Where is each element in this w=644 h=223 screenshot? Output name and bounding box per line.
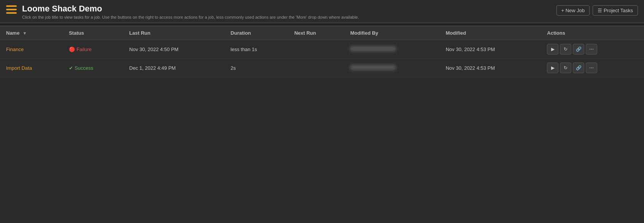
link-button[interactable]: 🔗 [573,44,584,55]
column-header-modified-by: Modified By [344,26,440,40]
table-header-row: Name ▼ Status Last Run Duration Next Run… [0,26,644,40]
title-block: Loome Shack Demo Click on the job title … [22,4,359,19]
play-icon: ▶ [551,65,555,71]
header-actions: + New Job ☰ Project Tasks [556,5,638,16]
modified-by-redacted [350,65,396,70]
more-button[interactable]: ⋯ [586,63,597,73]
name-filter-icon[interactable]: ▼ [22,31,27,35]
retry-icon: ↻ [564,65,567,71]
new-job-button[interactable]: + New Job [556,5,590,16]
column-header-status: Status [63,26,123,40]
column-header-actions: Actions [541,26,644,40]
more-icon: ⋯ [589,47,594,52]
run-button[interactable]: ▶ [547,63,558,73]
actions-group: ▶↻🔗⋯ [547,44,638,55]
play-icon: ▶ [551,47,555,52]
more-button[interactable]: ⋯ [586,44,597,55]
status-success: ✔Success [69,65,117,71]
job-status-cell: ✔Success [63,59,123,77]
column-header-last-run: Last Run [123,26,225,40]
retry-button[interactable]: ↻ [560,63,571,73]
job-duration-cell: 2s [225,59,288,77]
job-name-cell: Import Data [0,59,63,77]
job-name-link[interactable]: Finance [6,47,24,52]
job-actions-cell: ▶↻🔗⋯ [541,40,644,59]
link-icon: 🔗 [576,47,582,52]
jobs-table: Name ▼ Status Last Run Duration Next Run… [0,26,644,77]
retry-button[interactable]: ↻ [560,44,571,55]
header-left: Loome Shack Demo Click on the job title … [6,4,359,19]
job-last-run-cell: Nov 30, 2022 4:50 PM [123,40,225,59]
status-label: Failure [77,47,92,52]
modified-by-redacted [350,46,396,51]
job-name-link[interactable]: Import Data [6,65,32,71]
job-status-cell: 🔴Failure [63,40,123,59]
more-icon: ⋯ [589,65,594,71]
job-modified-cell: Nov 30, 2022 4:53 PM [440,40,541,59]
project-tasks-button[interactable]: ☰ Project Tasks [593,5,638,16]
column-header-modified: Modified [440,26,541,40]
link-icon: 🔗 [576,65,582,71]
app-subtitle: Click on the job title to view tasks for… [22,15,359,19]
table-row: Import Data✔SuccessDec 1, 2022 4:49 PM2s… [0,59,644,77]
column-header-name: Name ▼ [0,26,63,40]
actions-group: ▶↻🔗⋯ [547,63,638,73]
status-label: Success [75,65,93,71]
column-header-duration: Duration [225,26,288,40]
job-modified-cell: Nov 30, 2022 4:53 PM [440,59,541,77]
job-name-cell: Finance [0,40,63,59]
job-duration-cell: less than 1s [225,40,288,59]
job-last-run-cell: Dec 1, 2022 4:49 PM [123,59,225,77]
table-row: Finance🔴FailureNov 30, 2022 4:50 PMless … [0,40,644,59]
job-modified-by-cell [344,40,440,59]
app-title: Loome Shack Demo [22,4,359,14]
job-actions-cell: ▶↻🔗⋯ [541,59,644,77]
jobs-table-container: Name ▼ Status Last Run Duration Next Run… [0,26,644,77]
column-header-next-run: Next Run [288,26,344,40]
retry-icon: ↻ [564,47,567,52]
job-modified-by-cell [344,59,440,77]
run-button[interactable]: ▶ [547,44,558,55]
success-icon: ✔ [69,65,73,71]
job-next-run-cell [288,40,344,59]
hamburger-menu-icon[interactable] [6,5,17,14]
app-header: Loome Shack Demo Click on the job title … [0,0,644,23]
failure-icon: 🔴 [69,47,75,52]
link-button[interactable]: 🔗 [573,63,584,73]
job-next-run-cell [288,59,344,77]
header-separator [0,23,644,26]
status-failure: 🔴Failure [69,47,117,52]
